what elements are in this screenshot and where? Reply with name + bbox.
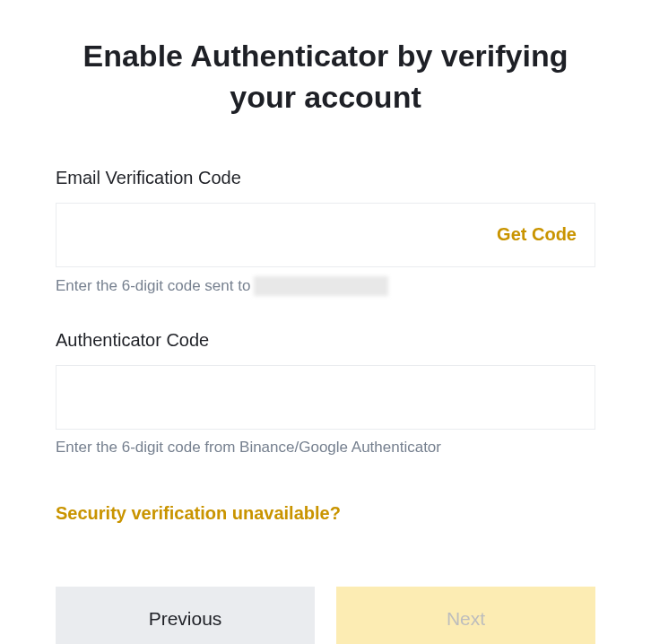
get-code-button[interactable]: Get Code <box>497 224 577 245</box>
email-code-input[interactable] <box>74 204 497 266</box>
authenticator-code-input[interactable] <box>74 366 577 429</box>
authenticator-input-wrapper <box>56 365 595 430</box>
security-unavailable-link[interactable]: Security verification unavailable? <box>56 503 341 524</box>
email-code-input-wrapper: Get Code <box>56 203 595 267</box>
redacted-email <box>254 276 388 296</box>
page-title: Enable Authenticator by verifying your a… <box>56 36 595 118</box>
email-helper-text: Enter the 6-digit code sent to <box>56 276 595 296</box>
authenticator-code-label: Authenticator Code <box>56 330 595 351</box>
email-code-label: Email Verification Code <box>56 168 595 188</box>
button-row: Previous Next <box>56 587 595 644</box>
authenticator-helper-text: Enter the 6-digit code from Binance/Goog… <box>56 439 595 457</box>
email-helper-prefix: Enter the 6-digit code sent to <box>56 277 250 295</box>
authenticator-group: Authenticator Code Enter the 6-digit cod… <box>56 330 595 457</box>
next-button[interactable]: Next <box>336 587 595 644</box>
email-verification-group: Email Verification Code Get Code Enter t… <box>56 168 595 296</box>
previous-button[interactable]: Previous <box>56 587 315 644</box>
